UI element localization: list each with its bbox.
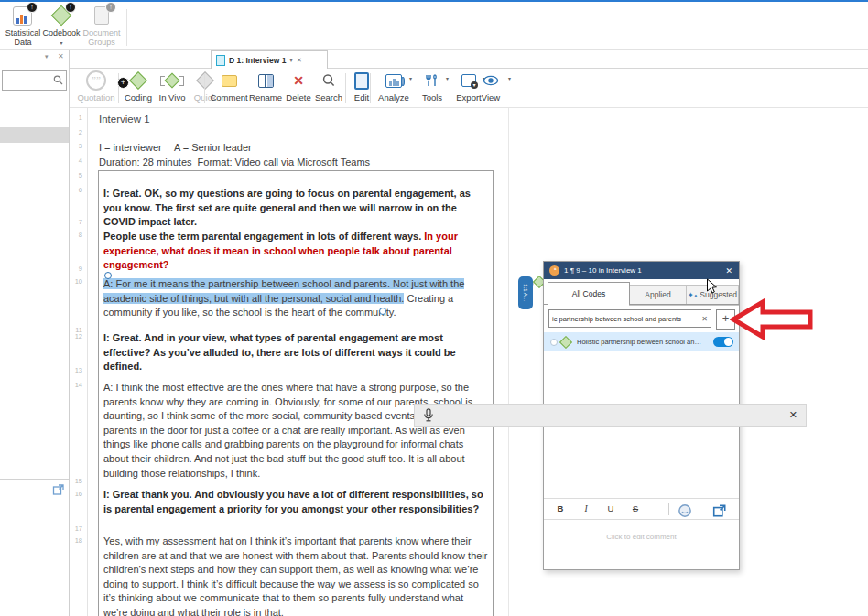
toolbar-separator	[668, 503, 669, 515]
italic-button[interactable]: I	[579, 502, 593, 516]
line-number: 8	[66, 231, 82, 239]
ribbon-statistical-data-button[interactable]: ↑ Statistical Data	[4, 4, 42, 48]
code-label: Holistic partnership between school an…	[577, 338, 713, 346]
code-diamond-icon	[559, 335, 572, 348]
pane-dropdown-caret-icon[interactable]: ▾	[45, 53, 49, 60]
navigator-selected-item[interactable]	[0, 127, 69, 143]
respondent-key-text[interactable]: A = Senior leader	[174, 142, 252, 153]
app-window: ↑ Statistical Data ↑ Codebook ▾ ↑ Docume…	[0, 0, 868, 616]
line-number: 17	[66, 524, 82, 533]
analyze-icon: ▾	[374, 70, 414, 92]
button-label: Edit	[348, 92, 375, 103]
coding-dialog-titlebar[interactable]: ❛❛ 1 ¶ 9 – 10 in Interview 1 ✕	[544, 262, 739, 279]
code-list-item[interactable]: Holistic partnership between school an…	[544, 332, 739, 351]
coding-button[interactable]: + Coding	[121, 70, 156, 106]
paragraph-text[interactable]: I: Great. And in your view, what types o…	[103, 332, 456, 372]
search-button[interactable]: Search	[311, 70, 346, 106]
bold-button[interactable]: B	[553, 502, 568, 516]
delete-button[interactable]: ✕ Delete	[282, 70, 315, 106]
button-label: Quotation	[75, 92, 117, 103]
dictation-toolbar[interactable]: ✕	[414, 404, 807, 427]
clear-input-icon[interactable]: ✕	[701, 315, 708, 323]
emoji-icon[interactable]	[678, 503, 692, 518]
plus-badge-icon: +	[117, 77, 129, 89]
dialog-close-icon[interactable]: ✕	[725, 266, 732, 276]
dictation-close-icon[interactable]: ✕	[789, 409, 797, 421]
tab-document-interview-1[interactable]: D 1: Interview 1 ▾ ✕	[211, 50, 328, 69]
ribbon-label: Statistical	[5, 28, 41, 38]
transcript-paragraph[interactable]: I: Great thank you. And obviously you ha…	[103, 488, 488, 516]
sparkles-icon: ✦✦	[688, 291, 698, 299]
paragraph-text[interactable]: Yes, with my assessment hat on I think i…	[103, 535, 487, 616]
button-label: Analyze	[374, 92, 414, 103]
button-label: In Vivo	[156, 92, 189, 103]
ribbon-separator	[126, 9, 127, 46]
underline-button[interactable]: U	[603, 502, 618, 516]
tools-icon: ▾	[414, 70, 450, 92]
button-label: Tools	[414, 92, 450, 103]
code-radio-icon[interactable]	[550, 339, 558, 346]
transcript-paragraph[interactable]: People use the term parental engagement …	[103, 230, 488, 273]
edit-button[interactable]: Edit	[348, 70, 375, 106]
quotation-button[interactable]: ”” Quotation	[75, 70, 117, 106]
document-title-text[interactable]: Interview 1	[99, 113, 150, 124]
paragraph-text[interactable]: People use the term parental engagement …	[103, 231, 424, 242]
selection-end-handle[interactable]	[379, 308, 386, 315]
tools-button[interactable]: ▾ Tools	[414, 70, 450, 106]
quotation-margin-bar[interactable]: 1:1 A…	[518, 276, 533, 309]
paragraph-text[interactable]: I: Great thank you. And obviously you ha…	[103, 489, 483, 514]
in-vivo-button[interactable]: In Vivo	[156, 70, 189, 106]
dropdown-caret-icon: ▾	[60, 40, 62, 46]
transcript-paragraph[interactable]: Yes, with my assessment hat on I think i…	[103, 535, 488, 616]
line-number: 12	[66, 332, 82, 340]
paragraph-text[interactable]: I: Great. OK, so my questions are going …	[103, 188, 471, 227]
ribbon-label: Data	[14, 38, 31, 47]
dropdown-caret-icon: ▾	[508, 75, 511, 81]
analyze-button[interactable]: ▾ Analyze	[374, 70, 414, 106]
line-number: 5	[66, 171, 82, 179]
transcript-paragraph[interactable]: A: For me it means the partnership betwe…	[103, 277, 488, 320]
paragraph-text[interactable]: A: I think the most effective are the on…	[103, 382, 472, 479]
gutter-border	[87, 108, 88, 616]
code-search-value: ic partnership between school and parent…	[552, 315, 700, 323]
interview-metadata-text[interactable]: Duration: 28 minutes Format: Video call …	[99, 157, 370, 168]
import-badge-icon: ↑	[105, 2, 116, 13]
interviewer-key-text[interactable]: I = interviewer	[99, 142, 162, 153]
dropdown-caret-icon: ▾	[409, 75, 412, 81]
transcript-paragraph[interactable]: A: I think the most effective are the on…	[103, 381, 488, 481]
view-button[interactable]: ▾ View	[472, 70, 509, 106]
document-groups-icon: ↑	[90, 5, 114, 27]
in-vivo-icon	[156, 70, 189, 92]
ribbon-codebook-button[interactable]: ↑ Codebook ▾	[42, 4, 81, 48]
open-in-new-window-icon[interactable]	[52, 483, 65, 496]
open-comment-external-icon[interactable]	[712, 503, 727, 518]
statistical-data-icon: ↑	[11, 5, 35, 27]
line-number: 7	[66, 218, 82, 226]
selection-start-handle[interactable]	[104, 272, 112, 279]
line-number: 4	[66, 157, 82, 165]
tab-all-codes[interactable]: All Codes	[548, 282, 630, 305]
ribbon-document-groups-button[interactable]: ↑ Document Groups	[81, 4, 123, 48]
import-badge-icon: ↑	[27, 2, 38, 13]
comment-placeholder[interactable]: Click to edit comment	[544, 533, 739, 541]
code-search-input[interactable]: ic partnership between school and parent…	[548, 309, 711, 328]
toolbar-separator	[204, 73, 205, 103]
transcript-paragraph[interactable]: I: Great. OK, so my questions are going …	[103, 187, 488, 230]
line-number: 15	[66, 477, 82, 485]
navigator-search-input[interactable]	[2, 70, 67, 91]
tab-dropdown-caret-icon[interactable]: ▾	[289, 57, 293, 64]
strikethrough-button[interactable]: S	[628, 502, 643, 516]
comment-button[interactable]: Comment	[209, 70, 249, 106]
pane-close-icon[interactable]: ✕	[58, 52, 64, 60]
rename-button[interactable]: Rename	[247, 70, 284, 106]
transcript-paragraph[interactable]: I: Great. And in your view, what types o…	[103, 331, 488, 374]
line-number: 1	[66, 113, 82, 122]
tab-applied[interactable]: Applied	[629, 285, 687, 306]
line-number: 14	[66, 381, 82, 389]
tab-close-icon[interactable]: ✕	[297, 57, 302, 64]
microphone-icon[interactable]	[423, 408, 434, 422]
line-number: 6	[66, 186, 82, 194]
button-label: Delete	[282, 92, 315, 103]
search-icon	[53, 75, 63, 85]
line-number: 10	[66, 277, 82, 286]
